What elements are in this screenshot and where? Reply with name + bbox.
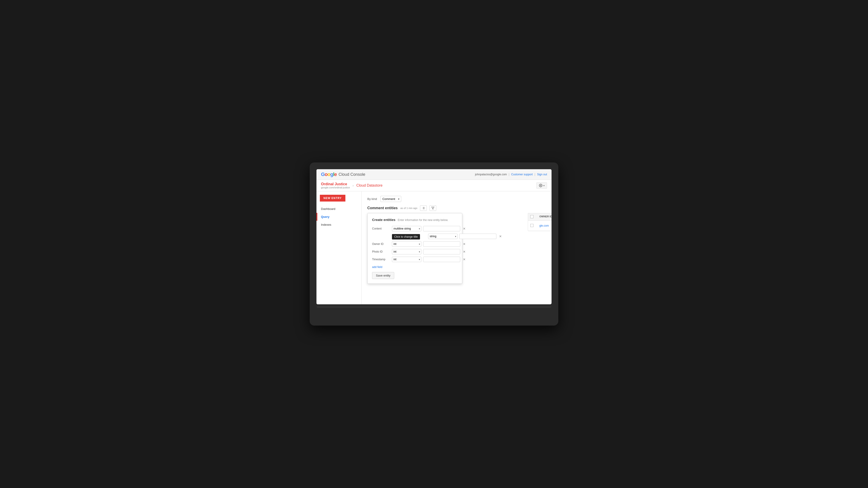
field-type-select-content[interactable]: multiline string string int bbox=[392, 226, 421, 231]
field-label-content: Content bbox=[372, 227, 390, 230]
field-remove-owner-id[interactable]: ✕ bbox=[462, 242, 467, 246]
content-area: By kind Comment Comment entities as of 1… bbox=[362, 191, 552, 304]
laptop-base bbox=[316, 306, 552, 308]
by-kind-label: By kind bbox=[367, 197, 377, 201]
table-row: gle.com 10937680812321816762​7 1 bbox=[528, 221, 552, 231]
list-icon bbox=[422, 206, 425, 210]
field-row-photo-id: Photo ID int string float ✕ bbox=[372, 249, 458, 254]
row-checkbox[interactable] bbox=[530, 224, 533, 227]
laptop-stand bbox=[411, 308, 457, 312]
new-entry-button[interactable]: NEW ENTRY bbox=[320, 195, 345, 201]
gear-icon bbox=[539, 184, 542, 187]
field-type-select-owner-id[interactable]: int string float bbox=[392, 241, 421, 247]
sidebar-item-dashboard[interactable]: Dashboard bbox=[316, 205, 362, 213]
breadcrumb-arrow: › bbox=[352, 184, 354, 187]
field-remove-timestamp[interactable]: ✕ bbox=[462, 258, 467, 261]
field-value-input-2[interactable] bbox=[459, 234, 496, 239]
row-owner-email: gle.com bbox=[539, 224, 552, 227]
logo-area: Google Cloud Console bbox=[321, 171, 365, 177]
col-owner-id-header: OWNER ID bbox=[539, 215, 552, 219]
table-header: OWNER ID PHOTO ID TIMESTAMP bbox=[528, 213, 552, 221]
field-value-input-owner-id[interactable] bbox=[423, 241, 460, 247]
settings-dropdown-arrow: ▾ bbox=[544, 184, 545, 187]
modal-title: Create entities bbox=[372, 218, 395, 222]
user-email: johnpalacios@google.com bbox=[475, 173, 507, 176]
field-remove-content[interactable]: ✕ bbox=[462, 227, 467, 230]
modal-actions: Save entity bbox=[372, 272, 458, 279]
field-value-input-photo-id[interactable] bbox=[423, 249, 460, 254]
filter-button[interactable] bbox=[430, 205, 436, 211]
customer-support-link[interactable]: Customer support bbox=[511, 173, 532, 176]
service-name[interactable]: Cloud Datastore bbox=[356, 184, 382, 188]
field-label-photo-id: Photo ID bbox=[372, 250, 390, 253]
entities-table: OWNER ID PHOTO ID TIMESTAMP gle.com 1093… bbox=[528, 213, 552, 231]
modal-overlay: Create entities Enter information for th… bbox=[367, 213, 546, 284]
settings-button[interactable]: ▾ bbox=[536, 182, 547, 189]
kind-select[interactable]: Comment bbox=[380, 196, 401, 202]
svg-point-0 bbox=[540, 185, 541, 186]
field-value-input-content[interactable] bbox=[423, 226, 460, 231]
main-layout: NEW ENTRY Dashboard Query Indexes By kin… bbox=[316, 191, 552, 304]
sidebar-item-query[interactable]: Query bbox=[316, 213, 362, 221]
project-name[interactable]: Ordinal Justice bbox=[321, 182, 350, 186]
google-logo: Google bbox=[321, 171, 337, 177]
cloud-console-title: Cloud Console bbox=[339, 172, 365, 177]
field-type-select-2[interactable]: string int multiline string bbox=[428, 234, 458, 239]
add-field-link[interactable]: add field bbox=[372, 265, 382, 269]
field-row-content: Content multiline string string int ✕ bbox=[372, 226, 458, 231]
sign-out-link[interactable]: Sign out bbox=[537, 173, 547, 176]
kind-select-wrapper: Comment bbox=[380, 196, 401, 202]
field-label-timestamp: Timestamp bbox=[372, 258, 390, 261]
project-area: Ordinal Justice google.com/ordinal-justi… bbox=[321, 182, 382, 189]
sidebar: NEW ENTRY Dashboard Query Indexes bbox=[316, 191, 362, 304]
project-url: google.com/ordinal-justice bbox=[321, 186, 350, 189]
field-remove-photo-id[interactable]: ✕ bbox=[462, 250, 467, 254]
field-type-select-photo-id[interactable]: int string float bbox=[392, 249, 421, 254]
svg-marker-7 bbox=[432, 207, 434, 209]
field-row-tooltip: Click to change title string int multili… bbox=[372, 234, 458, 239]
field-label-owner-id: Owner ID bbox=[372, 242, 390, 246]
field-row-timestamp: Timestamp int string float ✕ bbox=[372, 257, 458, 262]
field-type-select-timestamp[interactable]: int string float bbox=[392, 257, 421, 262]
list-view-button[interactable] bbox=[420, 205, 427, 211]
create-entity-modal: Create entities Enter information for th… bbox=[367, 213, 462, 284]
sub-header: Ordinal Justice google.com/ordinal-justi… bbox=[316, 180, 552, 191]
entities-header: Comment entities as of 1 min ago bbox=[367, 205, 546, 211]
entities-title: Comment entities bbox=[367, 206, 398, 210]
top-bar-right: johnpalacios@google.com | Customer suppo… bbox=[475, 173, 547, 176]
tooltip-label[interactable]: Click to change title bbox=[392, 234, 420, 239]
entities-timestamp: as of 1 min ago bbox=[400, 207, 417, 209]
top-bar: Google Cloud Console johnpalacios@google… bbox=[316, 169, 552, 180]
content-header: By kind Comment bbox=[367, 196, 546, 202]
header-checkbox[interactable] bbox=[530, 215, 533, 218]
sidebar-item-indexes[interactable]: Indexes bbox=[316, 221, 362, 229]
field-value-input-timestamp[interactable] bbox=[423, 257, 460, 262]
field-row-owner-id: Owner ID int string float ✕ bbox=[372, 241, 458, 247]
filter-icon bbox=[431, 206, 434, 210]
save-entity-button[interactable]: Save entity bbox=[372, 272, 394, 279]
modal-subtitle: Enter information for the new entity bel… bbox=[398, 219, 448, 222]
field-remove-2[interactable]: ✕ bbox=[498, 234, 503, 238]
